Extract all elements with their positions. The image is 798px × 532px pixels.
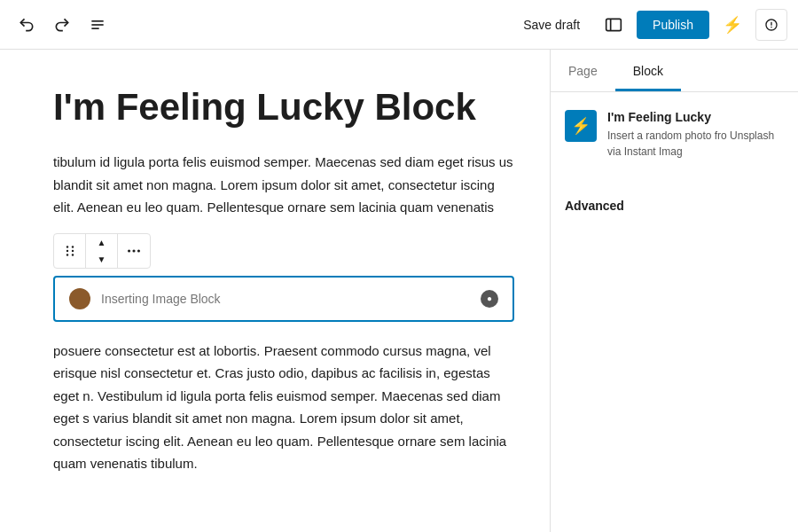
save-draft-button[interactable]: Save draft — [512, 12, 591, 37]
editor-area: I'm Feeling Lucky Block tibulum id ligul… — [0, 50, 550, 532]
svg-point-10 — [71, 254, 73, 255]
svg-point-8 — [71, 250, 73, 252]
publish-button[interactable]: Publish — [637, 11, 709, 39]
toolbar-right: Save draft Publish ⚡ — [512, 9, 787, 41]
svg-point-5 — [66, 246, 67, 247]
svg-point-12 — [132, 249, 135, 252]
more-options-button[interactable] — [118, 234, 150, 268]
view-button[interactable] — [598, 9, 630, 41]
move-up-button[interactable]: ▲ — [86, 234, 117, 251]
sidebar-tabs: Page Block — [551, 50, 798, 92]
block-toolbar: ▲ ▼ — [53, 233, 151, 269]
svg-point-6 — [71, 246, 73, 247]
svg-point-7 — [66, 250, 67, 252]
svg-point-9 — [66, 254, 67, 255]
plugin-icon: ⚡ — [565, 110, 597, 142]
list-view-button[interactable] — [82, 9, 113, 41]
sidebar-panel: Page Block ⚡ I'm Feeling Lucky Insert a … — [550, 50, 798, 532]
sidebar-content: ⚡ I'm Feeling Lucky Insert a random phot… — [551, 92, 798, 199]
plugin-description: Insert a random photo fro Unsplash via I… — [607, 128, 784, 160]
move-arrows-group: ▲ ▼ — [86, 234, 118, 268]
post-title[interactable]: I'm Feeling Lucky Block — [53, 85, 514, 129]
plugin-name: I'm Feeling Lucky — [607, 110, 784, 124]
move-down-button[interactable]: ▼ — [86, 251, 117, 268]
undo-button[interactable] — [11, 9, 43, 41]
svg-point-13 — [137, 249, 140, 252]
drag-handle-button[interactable] — [54, 234, 86, 268]
tab-page[interactable]: Page — [551, 64, 615, 91]
toolbar-left — [11, 9, 512, 41]
main-content: I'm Feeling Lucky Block tibulum id ligul… — [0, 50, 798, 532]
image-insert-block: Inserting Image Block ● — [53, 276, 514, 322]
paragraph-block-2[interactable]: posuere consectetur est at lobortis. Pra… — [53, 340, 514, 475]
plugin-card: ⚡ I'm Feeling Lucky Insert a random phot… — [565, 110, 784, 160]
redo-button[interactable] — [46, 9, 78, 41]
svg-rect-3 — [606, 19, 622, 30]
svg-point-11 — [128, 249, 130, 252]
top-toolbar: Save draft Publish ⚡ — [0, 0, 798, 50]
avatar — [69, 288, 90, 309]
performance-button[interactable]: ⚡ — [716, 9, 748, 41]
advanced-label[interactable]: Advanced — [565, 199, 784, 213]
image-block-label: Inserting Image Block — [101, 292, 481, 306]
settings-button[interactable] — [755, 9, 787, 41]
advanced-section: Advanced — [551, 199, 798, 213]
paragraph-block-1[interactable]: tibulum id ligula porta felis euismod se… — [53, 151, 514, 219]
plugin-info: I'm Feeling Lucky Insert a random photo … — [607, 110, 784, 160]
tab-block[interactable]: Block — [615, 64, 681, 91]
loading-spinner: ● — [481, 290, 498, 308]
